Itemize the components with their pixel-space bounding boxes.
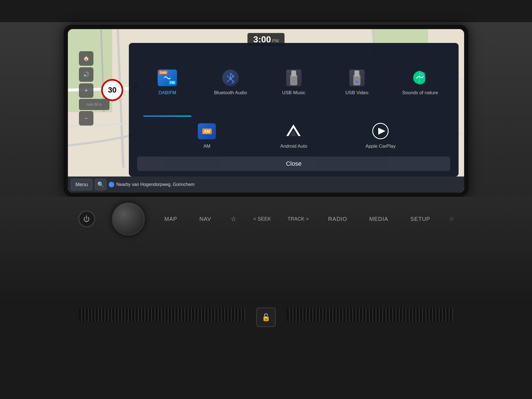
volume-knob[interactable]	[112, 202, 145, 236]
track-right-label: TRACK >	[288, 216, 309, 222]
setup-button[interactable]: SETUP	[408, 214, 433, 224]
search-button[interactable]: 🔍	[95, 179, 106, 190]
svg-rect-17	[291, 71, 296, 76]
media-item-usb-video[interactable]: USB Video	[327, 48, 387, 116]
map-button[interactable]: MAP	[162, 214, 180, 224]
power-button[interactable]: ⏻	[78, 211, 95, 227]
zoom-out-button[interactable]: −	[79, 111, 93, 126]
media-item-bluetooth[interactable]: Bluetooth Audio	[200, 48, 261, 116]
lock-button[interactable]: 🔓	[256, 308, 276, 327]
screen-bezel: 30 🏠 🔊 + Auto 50 m	[64, 25, 468, 197]
location-text: Nearby van Hogendorpweg, Gorinchem	[116, 182, 195, 187]
vent-strip-right	[287, 308, 453, 321]
media-item-usb-music[interactable]: ♪ USB Music	[264, 48, 324, 116]
menu-button[interactable]: Menu	[71, 179, 93, 190]
dab-fm-label: DAB/FM	[158, 90, 176, 96]
android-auto-svg	[285, 122, 303, 140]
usb-connector-icon: ♪	[288, 70, 299, 85]
seek-left-button[interactable]: < SEEK	[253, 216, 271, 222]
favorites-button[interactable]: ☆	[231, 215, 237, 223]
media-item-am[interactable]: AM	[165, 118, 249, 153]
media-item-android-auto[interactable]: Android Auto	[252, 118, 336, 153]
nav-auto-scale[interactable]: Auto 50 m	[79, 99, 109, 110]
usb-video-symbol	[351, 70, 362, 85]
dab-fm-icon-graphic	[158, 70, 177, 86]
sounds-of-nature-label: Sounds of nature	[402, 90, 438, 96]
apple-carplay-label: Apple CarPlay	[365, 143, 396, 149]
hardware-area: ⏻ MAP NAV ☆ < SEEK TRACK > RADIO MEDIA S…	[0, 197, 532, 302]
screen: 30 🏠 🔊 + Auto 50 m	[68, 29, 464, 193]
android-auto-icon	[284, 122, 303, 141]
nature-icon-graphic	[410, 69, 430, 87]
home-icon: 🏠	[83, 55, 89, 62]
usb-music-label: USB Music	[282, 90, 305, 96]
speaker-icon: 🔊	[83, 71, 89, 78]
center-controls: 🔓	[256, 308, 276, 327]
bluetooth-icon	[221, 68, 240, 88]
apple-carplay-icon	[371, 122, 390, 141]
dashboard: 30 🏠 🔊 + Auto 50 m	[0, 0, 532, 399]
close-button[interactable]: Close	[137, 157, 450, 171]
usb-music-icon: ♪	[284, 68, 303, 88]
media-item-dab-fm[interactable]: DAB/FM	[137, 48, 198, 116]
scale-label: Auto 50 m	[87, 103, 102, 106]
am-icon	[197, 122, 217, 141]
apple-carplay-graphic	[372, 122, 390, 140]
media-item-apple-carplay[interactable]: Apple CarPlay	[339, 118, 423, 153]
active-indicator	[143, 116, 191, 117]
nav-home-button[interactable]: 🏠	[79, 51, 93, 66]
nav-speaker-button[interactable]: 🔊	[79, 67, 93, 82]
android-auto-graphic	[285, 122, 303, 140]
bluetooth-label: Bluetooth Audio	[214, 90, 247, 96]
nav-button[interactable]: NAV	[197, 214, 214, 224]
power-icon: ⏻	[83, 215, 90, 223]
usb-video-icon-graphic	[349, 70, 365, 86]
usb-video-icon	[347, 68, 367, 88]
svg-text:♪: ♪	[293, 78, 295, 83]
media-item-sounds-of-nature[interactable]: Sounds of nature	[390, 48, 450, 116]
media-overlay: DAB/FM	[129, 43, 459, 177]
minus-icon: −	[85, 116, 88, 121]
sounds-of-nature-icon	[410, 68, 430, 88]
nav-controls: 🏠 🔊 + Auto 50 m −	[79, 51, 109, 126]
radio-button[interactable]: RADIO	[325, 214, 350, 224]
am-icon-graphic	[198, 123, 216, 139]
usb-video-label: USB Video	[346, 90, 369, 96]
indicator-dot	[450, 217, 454, 221]
carplay-svg	[372, 122, 390, 140]
location-bar: Nearby van Hogendorpweg, Gorinchem	[109, 182, 461, 187]
media-button[interactable]: MEDIA	[367, 214, 391, 224]
vent-strip-left	[79, 308, 245, 321]
bluetooth-icon-graphic	[222, 70, 239, 86]
top-bezel	[0, 0, 532, 22]
track-right-button[interactable]: TRACK >	[288, 216, 309, 222]
seek-left-label: < SEEK	[253, 216, 271, 222]
svg-rect-19	[354, 75, 360, 85]
plus-icon: +	[85, 88, 88, 94]
android-auto-label: Android Auto	[280, 143, 307, 149]
dab-fm-icon	[158, 68, 177, 88]
zoom-in-button[interactable]: +	[79, 83, 93, 98]
search-icon: 🔍	[97, 181, 104, 188]
hardware-buttons-row: ⏻ MAP NAV ☆ < SEEK TRACK > RADIO MEDIA S…	[0, 202, 532, 236]
media-grid-row2: AM Andr	[137, 118, 450, 153]
nature-svg	[411, 69, 429, 87]
location-dot	[109, 182, 114, 187]
nav-zoom-controls: + Auto 50 m −	[79, 83, 109, 126]
usb-music-icon-graphic: ♪	[286, 70, 301, 86]
bluetooth-symbol	[226, 72, 235, 83]
vent-area: 🔓	[0, 302, 532, 399]
am-label: AM	[203, 143, 211, 149]
svg-marker-26	[378, 128, 385, 135]
radio-wave-icon	[163, 74, 172, 82]
screen-bottom-bar: Menu 🔍 Nearby van Hogendorpweg, Gorinche…	[68, 177, 464, 193]
svg-rect-20	[355, 71, 359, 76]
media-grid-row1: DAB/FM	[137, 48, 450, 116]
